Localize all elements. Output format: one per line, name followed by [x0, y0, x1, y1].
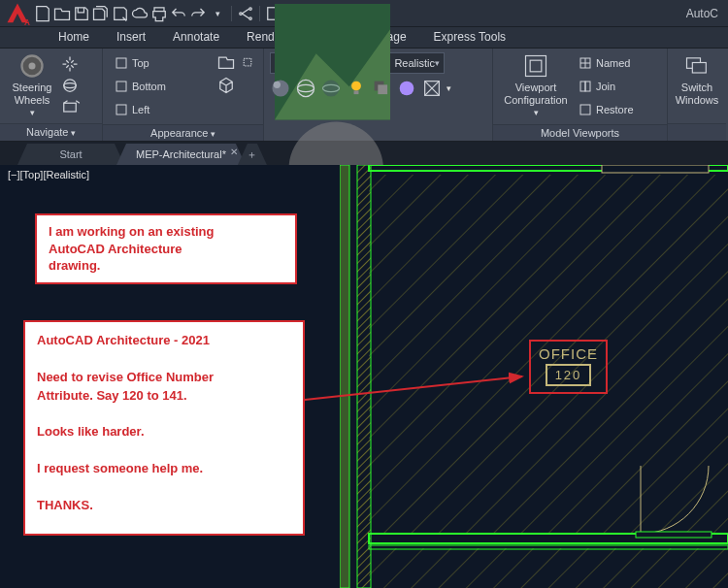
undo-icon[interactable]: [169, 3, 188, 24]
svg-rect-29: [585, 82, 590, 91]
steering-wheels-button[interactable]: Steering Wheels ▾: [6, 52, 58, 117]
new-tab-button[interactable]: ＋: [238, 144, 267, 165]
svg-rect-26: [530, 60, 542, 72]
doc-tab-start[interactable]: Start: [17, 144, 124, 165]
svg-rect-10: [244, 58, 251, 66]
svg-rect-36: [369, 548, 728, 588]
print-icon[interactable]: [149, 3, 169, 24]
new-icon[interactable]: [33, 3, 52, 24]
chevron-down-icon: ▾: [435, 58, 440, 68]
save-icon[interactable]: [72, 3, 91, 24]
viewports-named-button[interactable]: Named: [575, 52, 638, 74]
svg-rect-38: [340, 165, 349, 588]
svg-text:A: A: [24, 17, 30, 26]
view-left-button[interactable]: Left: [111, 99, 170, 120]
svg-rect-37: [357, 165, 371, 588]
svg-point-3: [29, 63, 36, 70]
svg-rect-25: [526, 56, 546, 77]
open-icon[interactable]: [52, 3, 72, 24]
xray-icon[interactable]: [421, 78, 443, 99]
svg-point-22: [400, 82, 414, 96]
pan-icon[interactable]: [60, 54, 80, 74]
zoom-extents-icon[interactable]: [60, 97, 80, 116]
viewport-configuration-button[interactable]: Viewport Configuration ▾: [499, 52, 573, 117]
svg-point-16: [322, 80, 339, 96]
svg-rect-30: [580, 105, 590, 114]
svg-rect-9: [116, 105, 126, 114]
close-icon[interactable]: ✕: [230, 147, 238, 157]
steering-wheels-label: Steering Wheels: [13, 82, 52, 106]
app-title: AutoC: [686, 7, 724, 20]
appearance-panel-title[interactable]: Appearance: [103, 124, 263, 141]
view-top-button[interactable]: Top: [111, 52, 170, 74]
svg-point-4: [64, 80, 77, 92]
switch-windows-button[interactable]: Switch Windows: [674, 52, 720, 106]
visual-style-dropdown[interactable]: Realistic ▾: [270, 52, 445, 74]
lightbulb-icon[interactable]: [346, 78, 367, 99]
ucs-icon[interactable]: [238, 52, 257, 72]
office-tag[interactable]: OFFICE 120: [529, 340, 608, 394]
orbit-icon[interactable]: [60, 76, 80, 95]
viewport-label[interactable]: [−][Top][Realistic]: [8, 169, 89, 180]
doc-tab-active[interactable]: MEP-Architectural*✕: [116, 144, 246, 165]
chevron-down-icon[interactable]: ▾: [447, 83, 451, 93]
tab-home[interactable]: Home: [45, 27, 103, 48]
svg-rect-19: [354, 90, 359, 94]
svg-rect-8: [116, 82, 126, 91]
svg-rect-28: [580, 82, 585, 91]
svg-point-14: [297, 80, 314, 96]
model-viewports-panel-title: Model Viewports: [493, 124, 667, 141]
svg-rect-6: [64, 103, 77, 112]
tab-insert[interactable]: Insert: [103, 27, 159, 48]
viewports-restore-button[interactable]: Restore: [575, 99, 638, 120]
viewports-join-button[interactable]: Join: [575, 76, 638, 97]
view-bottom-button[interactable]: Bottom: [111, 76, 170, 97]
svg-point-15: [297, 84, 314, 91]
cloud-icon[interactable]: [130, 3, 149, 24]
switch-windows-label: Switch Windows: [676, 82, 719, 106]
shadow-icon[interactable]: [371, 78, 392, 99]
view-cube-icon[interactable]: [216, 76, 236, 95]
ribbon-body: Steering Wheels ▾ Navigate Top Bottom Le…: [0, 49, 728, 142]
annotation-box-2: AutoCAD Architecture - 2021 Need to revi…: [23, 320, 305, 536]
svg-rect-42: [602, 165, 709, 173]
tab-annotate[interactable]: Annotate: [159, 27, 233, 48]
viewport-config-label: Viewport Configuration: [504, 82, 567, 106]
svg-point-13: [274, 82, 281, 88]
navigate-panel-title[interactable]: Navigate: [0, 123, 102, 141]
drawing-canvas[interactable]: [−][Top][Realistic] OFFICE 120: [0, 165, 728, 588]
qat-dropdown-icon[interactable]: ▾: [208, 3, 227, 24]
svg-rect-32: [692, 63, 706, 74]
saveas-icon[interactable]: [111, 3, 130, 24]
sphere-shaded-icon[interactable]: [270, 78, 291, 99]
materials-icon[interactable]: [396, 78, 417, 99]
sphere-wireframe-icon[interactable]: [295, 78, 316, 99]
sphere-hidden-icon[interactable]: [320, 78, 342, 99]
svg-rect-44: [636, 532, 711, 538]
redo-icon[interactable]: [188, 3, 208, 24]
saveall-icon[interactable]: [91, 3, 111, 24]
office-number-attribute[interactable]: 120: [546, 364, 592, 386]
svg-rect-21: [378, 84, 387, 94]
app-logo[interactable]: A: [4, 2, 31, 25]
office-label-text: OFFICE: [539, 345, 598, 362]
annotation-box-1: I am working on an existing AutoCAD Arch…: [35, 213, 297, 284]
share-icon[interactable]: [236, 3, 255, 24]
svg-point-5: [64, 83, 77, 88]
svg-point-18: [351, 82, 361, 91]
svg-rect-7: [116, 58, 126, 68]
tab-express-tools[interactable]: Express Tools: [420, 27, 519, 48]
view-manager-icon[interactable]: [216, 52, 236, 72]
